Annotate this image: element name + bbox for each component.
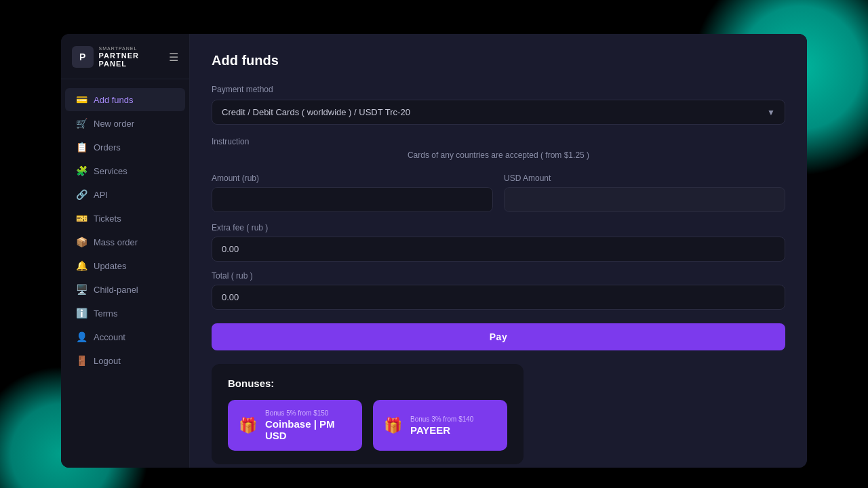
sidebar: P SMARTPANEL PARTNER PANEL ☰ 💳 Add funds… — [61, 34, 190, 468]
sidebar-item-child-panel[interactable]: 🖥️ Child-panel — [65, 278, 185, 301]
nav-icon-child-panel: 🖥️ — [76, 284, 87, 295]
nav-label-services: Services — [94, 166, 127, 176]
nav-label-new-order: New order — [94, 119, 134, 129]
nav-label-mass-order: Mass order — [94, 237, 138, 247]
usd-amount-label: USD Amount — [504, 174, 785, 183]
page-title: Add funds — [212, 53, 785, 68]
payment-method-dropdown[interactable]: Credit / Debit Cards ( worldwide ) / USD… — [212, 100, 785, 125]
sidebar-item-logout[interactable]: 🚪 Logout — [65, 349, 185, 372]
sidebar-item-new-order[interactable]: 🛒 New order — [65, 112, 185, 135]
sidebar-item-services[interactable]: 🧩 Services — [65, 159, 185, 182]
sidebar-item-terms[interactable]: ℹ️ Terms — [65, 302, 185, 325]
nav-icon-logout: 🚪 — [76, 355, 87, 366]
usd-amount-field-group: USD Amount — [504, 174, 785, 212]
instruction-label: Instruction — [212, 137, 785, 146]
nav-label-updates: Updates — [94, 261, 126, 271]
bonus-name-0: Coinbase | PM USD — [265, 418, 351, 441]
nav-label-api: API — [94, 190, 108, 200]
nav-icon-new-order: 🛒 — [76, 118, 87, 129]
usd-amount-input[interactable] — [504, 187, 785, 212]
total-field: Total ( rub ) — [212, 271, 785, 310]
instruction-text: Cards of any countries are accepted ( fr… — [212, 150, 785, 160]
sidebar-header: P SMARTPANEL PARTNER PANEL ☰ — [61, 34, 189, 79]
total-label: Total ( rub ) — [212, 271, 785, 281]
amount-row: Amount (rub) USD Amount — [212, 174, 785, 212]
nav-icon-api: 🔗 — [76, 189, 87, 200]
nav-label-child-panel: Child-panel — [94, 285, 138, 295]
sidebar-item-add-funds[interactable]: 💳 Add funds — [65, 88, 185, 111]
bonuses-section: Bonuses: 🎁 Bonus 5% from $150 Coinbase |… — [212, 364, 524, 464]
logo-icon: P — [72, 46, 94, 68]
amount-rub-input[interactable] — [212, 187, 493, 212]
bonus-card-text-1: Bonus 3% from $140 PAYEER — [410, 415, 473, 436]
nav-label-add-funds: Add funds — [94, 95, 134, 105]
nav-icon-updates: 🔔 — [76, 260, 87, 271]
nav-label-tickets: Tickets — [94, 214, 121, 224]
hamburger-icon[interactable]: ☰ — [169, 51, 178, 64]
bonus-card-0[interactable]: 🎁 Bonus 5% from $150 Coinbase | PM USD — [228, 400, 362, 451]
app-container: P SMARTPANEL PARTNER PANEL ☰ 💳 Add funds… — [61, 34, 807, 468]
nav-icon-services: 🧩 — [76, 165, 87, 176]
sidebar-item-updates[interactable]: 🔔 Updates — [65, 254, 185, 277]
sidebar-item-account[interactable]: 👤 Account — [65, 325, 185, 348]
nav-icon-orders: 📋 — [76, 142, 87, 152]
bonus-card-text-0: Bonus 5% from $150 Coinbase | PM USD — [265, 409, 351, 441]
pay-button[interactable]: Pay — [212, 323, 785, 350]
sidebar-item-tickets[interactable]: 🎫 Tickets — [65, 207, 185, 230]
payment-method-label: Payment method — [212, 85, 785, 94]
extra-fee-input[interactable] — [212, 237, 785, 262]
extra-fee-field: Extra fee ( rub ) — [212, 223, 785, 262]
nav-icon-tickets: 🎫 — [76, 213, 87, 224]
bonus-sub-1: Bonus 3% from $140 — [410, 415, 473, 423]
payment-method-value: Credit / Debit Cards ( worldwide ) / USD… — [222, 107, 410, 117]
gift-icon-0: 🎁 — [239, 417, 257, 434]
nav-label-terms: Terms — [94, 308, 117, 319]
nav-label-logout: Logout — [94, 356, 121, 366]
sidebar-item-api[interactable]: 🔗 API — [65, 183, 185, 206]
main-content: Add funds Payment method Credit / Debit … — [190, 34, 807, 468]
sidebar-nav: 💳 Add funds 🛒 New order 📋 Orders 🧩 Servi… — [61, 79, 189, 468]
nav-icon-terms: ℹ️ — [76, 308, 87, 319]
total-input[interactable] — [212, 285, 785, 310]
nav-icon-add-funds: 💳 — [76, 94, 87, 105]
nav-label-orders: Orders — [94, 142, 121, 152]
bonuses-title: Bonuses: — [228, 378, 507, 389]
nav-icon-account: 👤 — [76, 331, 87, 342]
sidebar-item-mass-order[interactable]: 📦 Mass order — [65, 230, 185, 253]
bonuses-cards: 🎁 Bonus 5% from $150 Coinbase | PM USD 🎁… — [228, 400, 507, 451]
chevron-down-icon: ▼ — [767, 108, 775, 117]
amount-rub-field-group: Amount (rub) — [212, 174, 493, 212]
nav-label-account: Account — [94, 332, 125, 342]
amount-rub-label: Amount (rub) — [212, 174, 493, 183]
bonus-sub-0: Bonus 5% from $150 — [265, 409, 351, 417]
logo-text: SMARTPANEL PARTNER PANEL — [99, 46, 169, 68]
gift-icon-1: 🎁 — [384, 417, 402, 434]
logo-area: P SMARTPANEL PARTNER PANEL — [72, 46, 169, 68]
bonus-card-1[interactable]: 🎁 Bonus 3% from $140 PAYEER — [373, 400, 507, 451]
extra-fee-label: Extra fee ( rub ) — [212, 223, 785, 232]
nav-icon-mass-order: 📦 — [76, 237, 87, 247]
bonus-name-1: PAYEER — [410, 424, 473, 436]
sidebar-item-orders[interactable]: 📋 Orders — [65, 136, 185, 159]
